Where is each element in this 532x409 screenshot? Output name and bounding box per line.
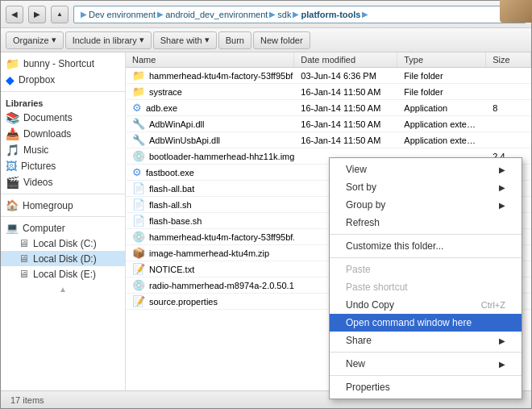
context-menu-arrow-icon: ▶ <box>499 165 505 174</box>
sidebar-scroll-indicator: ▲ <box>1 282 125 297</box>
col-header-type[interactable]: Type <box>397 52 486 67</box>
context-menu-item[interactable]: Customize this folder... <box>330 237 522 255</box>
context-menu-item[interactable]: Sort by▶ <box>330 178 522 196</box>
new-folder-button[interactable]: New folder <box>253 31 310 49</box>
include-library-button[interactable]: Include in library ▾ <box>65 31 152 49</box>
sidebar-divider-2 <box>1 194 125 194</box>
file-name: image-hammerhead-ktu4m.zip <box>149 248 269 258</box>
file-name: systrace <box>149 87 182 97</box>
up-button[interactable]: ▲ <box>51 6 69 23</box>
context-menu-separator <box>330 375 522 376</box>
sidebar-item-pictures[interactable]: 🖼 Pictures <box>1 158 125 174</box>
back-button[interactable]: ◀ <box>6 6 23 23</box>
file-icon: 📁 <box>132 69 145 81</box>
sidebar-pictures-label: Pictures <box>21 161 56 172</box>
col-header-date[interactable]: Date modified <box>294 52 397 67</box>
sidebar-drive-c-label: Local Disk (C:) <box>33 238 97 249</box>
context-menu-item[interactable]: Properties <box>330 378 522 396</box>
context-menu-item: Paste <box>330 261 522 278</box>
sidebar-item-drive-d[interactable]: 🖥 Local Disk (D:) <box>1 251 125 266</box>
path-separator: ▶ <box>81 10 87 19</box>
context-menu-item-label: Group by <box>346 199 499 211</box>
forward-button[interactable]: ▶ <box>28 6 46 23</box>
file-name: fastboot.exe <box>146 168 194 177</box>
context-menu-item[interactable]: Group by▶ <box>330 196 522 214</box>
path-sep-2: ▶ <box>269 10 276 19</box>
file-size <box>486 91 531 93</box>
address-path[interactable]: ▶ Dev environment ▶ android_dev_environm… <box>73 6 526 23</box>
organize-label: Organize <box>13 35 49 45</box>
file-type: File folder <box>397 70 486 81</box>
file-type: Application <box>397 102 486 114</box>
file-icon: ⚙ <box>132 102 142 114</box>
sidebar-music-label: Music <box>23 144 48 156</box>
organize-button[interactable]: Organize ▾ <box>6 31 64 49</box>
videos-icon: 🎬 <box>6 176 19 189</box>
context-menu-item[interactable]: Open command window here <box>330 314 522 332</box>
file-icon: 📄 <box>132 215 145 227</box>
context-menu-arrow-icon: ▶ <box>499 183 505 192</box>
context-menu-item-label: Refresh <box>346 217 505 228</box>
file-type: Application extens... <box>397 119 486 130</box>
path-android: android_dev_environment <box>165 10 268 19</box>
sidebar-drive-e-label: Local Disk (E:) <box>33 269 96 280</box>
sidebar-documents-label: Documents <box>23 112 73 123</box>
file-size <box>486 123 531 125</box>
drive-c-icon: 🖥 <box>19 237 29 249</box>
table-row[interactable]: 📁 hammerhead-ktu4m-factory-53ff95bf 03-J… <box>126 68 531 84</box>
file-name: NOTICE.txt <box>149 265 194 274</box>
sidebar-item-dropbox[interactable]: ◆ Dropbox <box>1 72 125 88</box>
share-with-button[interactable]: Share with ▾ <box>153 31 217 49</box>
explorer-window: ◀ ▶ ▲ ▶ Dev environment ▶ android_dev_en… <box>0 0 532 409</box>
sidebar-item-drive-e[interactable]: 🖥 Local Disk (E:) <box>1 266 125 282</box>
file-name: flash-base.sh <box>149 216 202 226</box>
path-sep-4: ▶ <box>362 10 368 19</box>
sidebar-downloads-label: Downloads <box>23 128 71 140</box>
file-type: File folder <box>397 86 486 98</box>
col-header-name[interactable]: Name <box>126 52 294 67</box>
context-menu-item[interactable]: Refresh <box>330 214 522 232</box>
dropbox-icon: ◆ <box>6 73 15 86</box>
pictures-icon: 🖼 <box>6 160 17 173</box>
file-list-header: Name Date modified Type Size <box>126 52 531 68</box>
file-size <box>486 75 531 77</box>
file-icon: 📁 <box>132 86 145 98</box>
context-menu-item-label: Sort by <box>346 182 499 193</box>
burn-button[interactable]: Burn <box>218 31 251 49</box>
file-icon: 📝 <box>132 295 145 307</box>
sidebar-item-documents[interactable]: 📚 Documents <box>1 110 125 126</box>
sidebar-homegroup-label: Homegroup <box>23 200 73 211</box>
drive-e-icon: 🖥 <box>19 268 29 280</box>
context-menu-arrow-icon: ▶ <box>499 201 505 210</box>
computer-icon: 💻 <box>6 222 19 234</box>
context-menu-separator <box>330 352 522 353</box>
context-menu-arrow-icon: ▶ <box>499 336 505 345</box>
documents-icon: 📚 <box>6 111 19 124</box>
file-icon: 💿 <box>132 231 145 243</box>
sidebar-item-downloads[interactable]: 📥 Downloads <box>1 126 125 142</box>
context-menu-item[interactable]: New▶ <box>330 355 522 373</box>
context-menu-separator <box>330 257 522 258</box>
file-date: 03-Jun-14 6:36 PM <box>294 70 397 81</box>
col-header-size[interactable]: Size <box>486 52 531 67</box>
sidebar-item-videos[interactable]: 🎬 Videos <box>1 174 125 190</box>
file-icon: 📄 <box>132 198 145 211</box>
file-name: flash-all.bat <box>149 184 194 194</box>
sidebar-drive-d-label: Local Disk (D:) <box>33 253 97 265</box>
table-row[interactable]: ⚙ adb.exe 16-Jan-14 11:50 AM Application… <box>126 100 531 116</box>
downloads-icon: 📥 <box>6 127 19 140</box>
table-row[interactable]: 🔧 AdbWinApi.dll 16-Jan-14 11:50 AM Appli… <box>126 116 531 132</box>
path-sep-1: ▶ <box>157 10 164 19</box>
sidebar-item-bunny[interactable]: 📁 bunny - Shortcut <box>1 56 125 72</box>
sidebar-item-computer[interactable]: 💻 Computer <box>1 220 125 236</box>
sidebar-item-drive-c[interactable]: 🖥 Local Disk (C:) <box>1 236 125 251</box>
table-row[interactable]: 📁 systrace 16-Jan-14 11:50 AM File folde… <box>126 84 531 100</box>
sidebar-item-homegroup[interactable]: 🏠 Homegroup <box>1 198 125 213</box>
context-menu-item[interactable]: Share▶ <box>330 332 522 349</box>
context-menu-item[interactable]: View▶ <box>330 161 522 178</box>
context-menu-item[interactable]: Undo CopyCtrl+Z <box>330 296 522 314</box>
path-sep-3: ▶ <box>293 10 299 19</box>
sidebar-item-music[interactable]: 🎵 Music <box>1 142 125 158</box>
file-icon: 📦 <box>132 247 145 259</box>
table-row[interactable]: 🔧 AdbWinUsbApi.dll 16-Jan-14 11:50 AM Ap… <box>126 132 531 148</box>
